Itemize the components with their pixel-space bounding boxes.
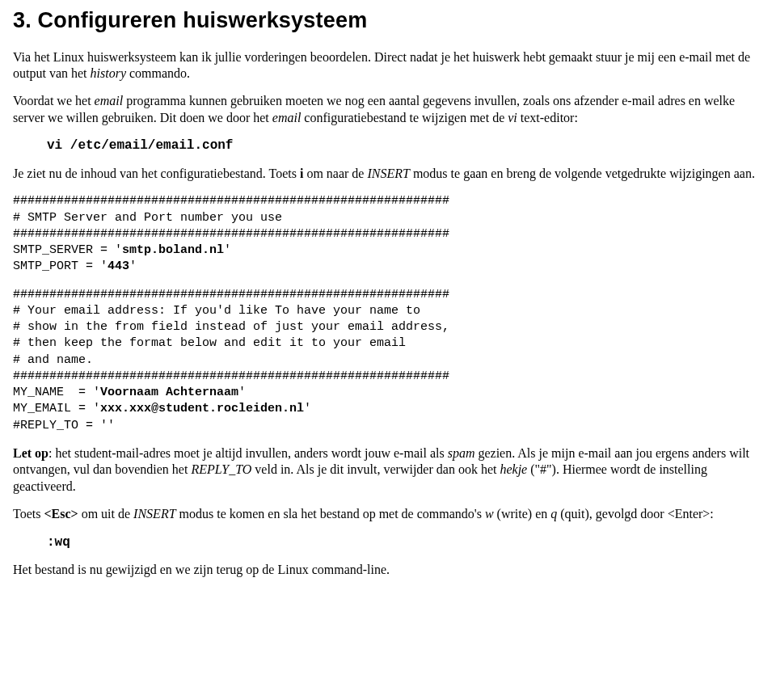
section-title: 3. Configureren huiswerksysteem (13, 6, 763, 35)
code-line: # show in the from field instead of just… (13, 320, 449, 334)
config-block-identity: ########################################… (13, 287, 763, 434)
code-line: ########################################… (13, 369, 449, 383)
code-line: ########################################… (13, 227, 449, 241)
reply-to-term: REPLY_TO (191, 462, 251, 476)
text: commando. (126, 66, 190, 80)
smtp-port-value: 443 (108, 259, 129, 273)
text: text-editor: (517, 111, 578, 124)
history-command: history (91, 66, 126, 80)
hekje-term: hekje (500, 462, 527, 476)
code-line: ' (238, 386, 246, 399)
text: om naar de (303, 167, 367, 180)
email-term: email (272, 111, 302, 124)
text: om uit de (78, 507, 133, 521)
my-email-value: xxx.xxx@student.rocleiden.nl (100, 402, 304, 415)
smtp-server-value: smtp.boland.nl (122, 243, 224, 257)
insert-term: INSERT (367, 167, 409, 180)
code-line: ########################################… (13, 194, 449, 208)
note-paragraph: Let op: het student-mail-adres moet je a… (13, 445, 763, 495)
text: veld in. Als je dit invult, verwijder da… (251, 462, 500, 476)
insert-term: INSERT (133, 507, 175, 521)
save-instructions: Toets <Esc> om uit de INSERT modus te ko… (13, 506, 763, 522)
intro-paragraph-2: Voordat we het email programma kunnen ge… (13, 93, 763, 126)
code-line: MY_NAME = ' (13, 386, 100, 399)
w-term: w (485, 507, 494, 521)
code-line: # and name. (13, 353, 93, 367)
key-esc: <Esc> (44, 507, 78, 521)
intro-paragraph-1: Via het Linux huiswerksysteem kan ik jul… (13, 49, 763, 82)
code-line: # Your email address: If you'd like To h… (13, 304, 420, 318)
let-op-label: Let op (13, 446, 48, 460)
vi-term: vi (508, 111, 517, 124)
text: Voordat we het (13, 94, 95, 108)
email-term: email (95, 94, 124, 108)
code-line: #REPLY_TO = '' (13, 419, 115, 432)
text: configuratiebestand te wijzigen met de (301, 111, 508, 124)
code-line: ' (304, 402, 311, 415)
code-line: ########################################… (13, 288, 449, 302)
spam-term: spam (448, 446, 475, 460)
paragraph-insert-mode: Je ziet nu de inhoud van het configurati… (13, 166, 763, 182)
config-block-smtp: ########################################… (13, 193, 763, 275)
code-line: ' (224, 243, 231, 257)
wq-command: :wq (47, 534, 763, 550)
text: modus te komen en sla het bestand op met… (176, 507, 485, 521)
text: Toets (13, 507, 44, 521)
vi-command: vi /etc/email/email.conf (47, 137, 763, 154)
code-line: # then keep the format below and edit it… (13, 336, 406, 350)
text: : het student-mail-adres moet je altijd … (48, 446, 448, 460)
code-line: SMTP_SERVER = ' (13, 243, 122, 257)
code-line: SMTP_PORT = ' (13, 259, 108, 273)
text: Je ziet nu de inhoud van het configurati… (13, 167, 300, 180)
code-line: # SMTP Server and Port number you use (13, 211, 282, 225)
text: (write) en (494, 507, 551, 521)
code-line: ' (129, 259, 137, 273)
my-name-value: Voornaam Achternaam (100, 386, 238, 399)
text: modus te gaan en breng de volgende vetge… (410, 167, 755, 180)
closing-paragraph: Het bestand is nu gewijzigd en we zijn t… (13, 562, 763, 578)
code-line: MY_EMAIL = ' (13, 402, 100, 415)
text: (quit), gevolgd door <Enter>: (557, 507, 714, 521)
